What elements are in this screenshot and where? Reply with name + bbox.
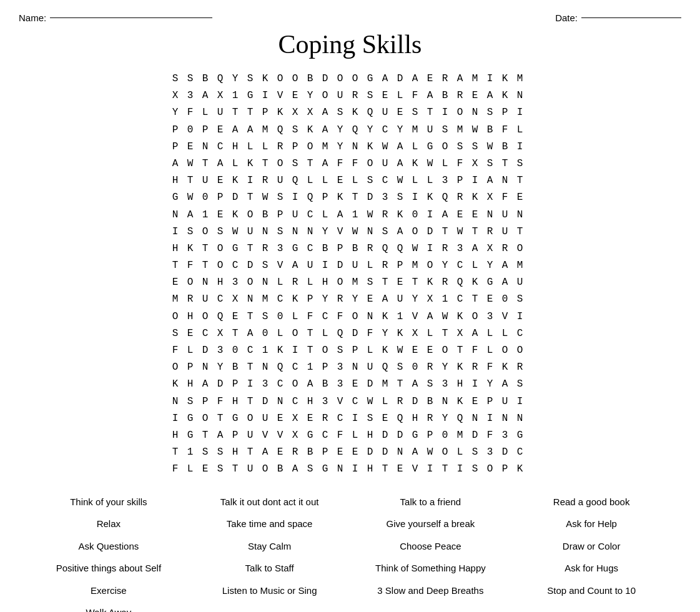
grid-cell: S xyxy=(260,257,275,274)
grid-cell: T xyxy=(230,461,245,478)
grid-cell: C xyxy=(455,291,470,308)
grid-cell: C xyxy=(215,139,230,155)
grid-cell: K xyxy=(410,155,425,172)
grid-cell: E xyxy=(215,172,230,189)
grid-cell: T xyxy=(215,410,230,427)
grid-cell: L xyxy=(410,172,425,189)
grid-cell: X xyxy=(410,325,425,342)
grid-cell: N xyxy=(500,172,515,189)
grid-cell: K xyxy=(350,104,365,121)
grid-cell: 0 xyxy=(410,359,425,376)
grid-cell: K xyxy=(305,122,320,139)
grid-cell: P xyxy=(305,291,320,308)
grid-cell: P xyxy=(395,257,410,274)
grid-cell: S xyxy=(470,461,485,478)
grid-cell: S xyxy=(515,376,530,393)
grid-cell: N xyxy=(170,393,185,410)
grid-cell: A xyxy=(410,376,425,393)
grid-cell: F xyxy=(185,257,200,274)
grid-cell: Q xyxy=(275,359,290,376)
grid-cell: I xyxy=(350,461,365,478)
grid-cell: 0 xyxy=(200,189,215,206)
grid-cell: K xyxy=(335,189,350,206)
grid-cell: M xyxy=(410,122,425,139)
grid-cell: R xyxy=(440,71,455,87)
grid-cell: N xyxy=(500,410,515,427)
grid-cell: O xyxy=(185,274,200,291)
grid-cell: R xyxy=(515,359,530,376)
grid-cell: O xyxy=(410,224,425,240)
grid-cell: K xyxy=(500,87,515,104)
grid-cell: D xyxy=(380,427,395,444)
grid-cell: G xyxy=(305,427,320,444)
grid-cell: T xyxy=(245,359,260,376)
grid-cell: T xyxy=(305,342,320,359)
grid-cell: F xyxy=(500,189,515,206)
grid-cell: N xyxy=(485,207,500,224)
grid-cell: S xyxy=(515,291,530,308)
grid-cell: D xyxy=(335,257,350,274)
grid-cell: 0 xyxy=(185,122,200,139)
grid-cell: I xyxy=(350,410,365,427)
grid-cell: A xyxy=(260,444,275,461)
grid-cell: T xyxy=(440,325,455,342)
grid-cell: A xyxy=(215,155,230,172)
word-list-section: Think of your skillsTalk it out dont act… xyxy=(19,493,681,613)
grid-cell: I xyxy=(170,224,185,240)
grid-cell: L xyxy=(410,139,425,155)
grid-cell: P xyxy=(500,104,515,121)
grid-cell: P xyxy=(320,359,335,376)
grid-cell: C xyxy=(350,393,365,410)
grid-row-10: HKTOGTR3GCBPBRQQWIR3AXRO xyxy=(170,240,530,257)
grid-cell: K xyxy=(470,274,485,291)
grid-cell: M xyxy=(455,122,470,139)
grid-cell: G xyxy=(170,189,185,206)
grid-cell: Y xyxy=(215,359,230,376)
word-item xyxy=(192,604,347,612)
grid-cell: E xyxy=(425,71,440,87)
grid-cell: E xyxy=(305,410,320,427)
grid-cell: Y xyxy=(410,291,425,308)
word-item xyxy=(353,604,508,612)
grid-cell: I xyxy=(485,410,500,427)
grid-cell: I xyxy=(260,87,275,104)
grid-cell: C xyxy=(245,342,260,359)
grid-cell: Q xyxy=(380,240,395,257)
grid-cell: 3 xyxy=(260,376,275,393)
grid-cell: C xyxy=(455,257,470,274)
word-item: Read a good book xyxy=(514,493,669,511)
grid-cell: H xyxy=(230,444,245,461)
grid-cell: L xyxy=(320,172,335,189)
grid-cell: P xyxy=(320,189,335,206)
grid-cell: T xyxy=(455,342,470,359)
grid-cell: L xyxy=(485,325,500,342)
grid-cell: F xyxy=(350,155,365,172)
grid-cell: F xyxy=(365,325,380,342)
grid-cell: T xyxy=(200,155,215,172)
grid-cell: E xyxy=(410,342,425,359)
grid-cell: S xyxy=(515,155,530,172)
grid-cell: 3 xyxy=(185,87,200,104)
grid-cell: T xyxy=(245,104,260,121)
grid-cell: N xyxy=(305,224,320,240)
name-underline xyxy=(50,17,212,18)
grid-cell: E xyxy=(185,139,200,155)
grid-cell: L xyxy=(425,325,440,342)
grid-cell: W xyxy=(365,207,380,224)
grid-cell: S xyxy=(215,224,230,240)
grid-row-7: GW0PDTWSIQPKTD3SIKQRKXFE xyxy=(170,189,530,206)
grid-cell: N xyxy=(470,410,485,427)
grid-cell: C xyxy=(200,325,215,342)
grid-cell: Y xyxy=(380,325,395,342)
grid-cell: K xyxy=(425,189,440,206)
grid-cell: K xyxy=(395,325,410,342)
grid-cell: S xyxy=(275,189,290,206)
grid-cell: S xyxy=(215,444,230,461)
grid-cell: E xyxy=(425,342,440,359)
grid-cell: S xyxy=(290,122,305,139)
grid-cell: N xyxy=(365,308,380,325)
grid-cell: 1 xyxy=(230,87,245,104)
grid-cell: 0 xyxy=(410,207,425,224)
grid-cell: F xyxy=(485,427,500,444)
grid-cell: L xyxy=(425,172,440,189)
